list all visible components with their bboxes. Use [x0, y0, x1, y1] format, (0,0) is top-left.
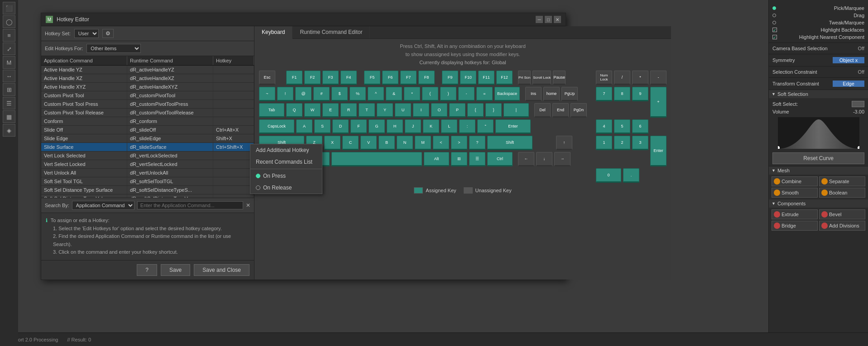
- key-esc[interactable]: Esc: [259, 71, 275, 85]
- key-backspace[interactable]: Backspace: [494, 87, 520, 101]
- table-row[interactable]: Slide Edge dR_slideEdge Shift+X: [41, 134, 254, 143]
- key-7[interactable]: &: [386, 87, 402, 101]
- table-row[interactable]: Vert Select Locked dR_vertSelectLocked: [41, 160, 254, 169]
- tab-keyboard[interactable]: Keyboard: [254, 26, 293, 39]
- key-numstar[interactable]: *: [632, 71, 648, 85]
- key-s[interactable]: S: [314, 119, 331, 134]
- key-a[interactable]: A: [296, 119, 312, 134]
- key-rshift[interactable]: Shift: [487, 136, 532, 150]
- key-enter[interactable]: Enter: [495, 119, 531, 134]
- key-8[interactable]: *: [404, 87, 420, 101]
- key-end[interactable]: End: [552, 103, 569, 118]
- key-x[interactable]: X: [324, 136, 340, 150]
- table-row[interactable]: Soft Sel Distance Type Surface dR_softSe…: [41, 186, 254, 194]
- key-comma[interactable]: <: [433, 136, 449, 150]
- key-pgdn[interactable]: PgDn: [571, 103, 587, 118]
- tweak-marquee-radio[interactable]: [772, 21, 776, 24]
- key-f12[interactable]: F12: [496, 71, 513, 85]
- key-space[interactable]: [331, 152, 422, 166]
- key-rwin[interactable]: ⊞: [451, 152, 467, 166]
- key-3[interactable]: #: [313, 87, 330, 101]
- tab-runtime-cmd[interactable]: Runtime Command Editor: [293, 26, 370, 38]
- toolbar-icon-9[interactable]: ▦: [3, 110, 15, 123]
- key-prtscn[interactable]: Prt Scn: [518, 71, 531, 85]
- key-lbracket[interactable]: {: [467, 103, 484, 118]
- table-row[interactable]: Active Handle XZ dR_activeHandleXZ: [41, 74, 254, 83]
- key-f2[interactable]: F2: [304, 71, 321, 85]
- components-header[interactable]: ▼ Components: [769, 199, 868, 208]
- table-row[interactable]: Soft Sel Tool TGL dR_softSelToolTGL: [41, 177, 254, 186]
- table-row[interactable]: Vert Unlock All dR_vertUnlockAll: [41, 169, 254, 177]
- key-period[interactable]: >: [451, 136, 467, 150]
- key-numplus[interactable]: +: [650, 87, 667, 118]
- key-c[interactable]: C: [342, 136, 359, 150]
- key-backtick[interactable]: ~: [259, 87, 275, 101]
- key-r[interactable]: R: [340, 103, 357, 118]
- table-row[interactable]: Custom Pivot Tool Release dR_customPivot…: [41, 109, 254, 117]
- key-num1[interactable]: 1: [596, 136, 612, 150]
- save-and-close-button[interactable]: Save and Close: [194, 264, 249, 276]
- key-slash[interactable]: ?: [469, 136, 485, 150]
- add-divisions-button[interactable]: Add Divisions: [819, 221, 865, 231]
- toolbar-icon-3[interactable]: ≡: [3, 29, 15, 42]
- table-row[interactable]: Slide Surface dR_slideSurface Ctrl+Shift…: [41, 143, 254, 152]
- key-m[interactable]: M: [415, 136, 431, 150]
- maximize-button[interactable]: □: [545, 16, 552, 23]
- key-w[interactable]: W: [304, 103, 321, 118]
- key-numlock[interactable]: Num Lock: [596, 71, 612, 85]
- gear-button[interactable]: ⚙: [102, 29, 114, 38]
- combine-button[interactable]: Combine: [772, 176, 818, 186]
- toolbar-icon-2[interactable]: ◯: [3, 15, 15, 28]
- key-e[interactable]: E: [322, 103, 339, 118]
- camera-based-toggle[interactable]: Off: [858, 46, 864, 51]
- toolbar-icon-6[interactable]: ↔: [3, 70, 15, 82]
- key-t[interactable]: T: [359, 103, 375, 118]
- key-minus[interactable]: -: [458, 87, 475, 101]
- key-j[interactable]: J: [405, 119, 421, 134]
- key-9[interactable]: (: [422, 87, 438, 101]
- key-num5[interactable]: 5: [614, 119, 630, 134]
- toolbar-icon-5[interactable]: M: [3, 56, 15, 69]
- key-p[interactable]: P: [449, 103, 465, 118]
- toolbar-icon-10[interactable]: ◈: [3, 124, 15, 137]
- key-right[interactable]: →: [554, 152, 571, 166]
- table-row[interactable]: Slide Off dR_slideOff Ctrl+Alt+X: [41, 126, 254, 134]
- smooth-button[interactable]: Smooth: [772, 188, 818, 198]
- save-button[interactable]: Save: [161, 264, 190, 276]
- key-d[interactable]: D: [332, 119, 349, 134]
- key-g[interactable]: G: [369, 119, 385, 134]
- key-6[interactable]: ^: [368, 87, 384, 101]
- key-f8[interactable]: F8: [418, 71, 435, 85]
- soft-selection-header[interactable]: ▼ Soft Selection: [769, 90, 868, 98]
- toolbar-icon-7[interactable]: ⊞: [3, 83, 15, 96]
- key-ralt[interactable]: Alt: [424, 152, 449, 166]
- key-pgup[interactable]: PgUp: [561, 87, 578, 101]
- key-u[interactable]: U: [395, 103, 411, 118]
- reset-curve-button[interactable]: Reset Curve: [772, 152, 864, 164]
- key-backslash[interactable]: |: [504, 103, 529, 118]
- table-row[interactable]: Custom Pivot Tool dR_customPivotTool: [41, 91, 254, 100]
- key-num3[interactable]: 3: [632, 136, 648, 150]
- key-tab[interactable]: Tab: [259, 103, 284, 118]
- key-f10[interactable]: F10: [460, 71, 476, 85]
- key-f3[interactable]: F3: [322, 71, 339, 85]
- key-numenter[interactable]: Enter: [650, 136, 667, 166]
- context-on-release[interactable]: On Release: [250, 182, 322, 194]
- context-recent-commands[interactable]: Recent Commands List: [250, 156, 322, 168]
- toolbar-icon-8[interactable]: ☰: [3, 97, 15, 109]
- key-h[interactable]: H: [387, 119, 403, 134]
- key-pause[interactable]: Pause: [553, 71, 566, 85]
- key-f4[interactable]: F4: [340, 71, 357, 85]
- bevel-button[interactable]: Bevel: [819, 209, 865, 219]
- extrude-button[interactable]: Extrude: [772, 209, 818, 219]
- key-down[interactable]: ↓: [536, 152, 552, 166]
- key-b[interactable]: B: [379, 136, 395, 150]
- table-row[interactable]: Soft Sel Distance Type Volume dR_softSel…: [41, 194, 254, 198]
- drag-radio[interactable]: [772, 14, 776, 17]
- help-button[interactable]: ?: [137, 264, 157, 276]
- key-num8[interactable]: 8: [614, 87, 630, 101]
- soft-select-toggle[interactable]: [852, 101, 864, 107]
- key-f5[interactable]: F5: [364, 71, 380, 85]
- col-runtime-command[interactable]: Runtime Command: [127, 56, 213, 65]
- key-home[interactable]: home: [543, 87, 560, 101]
